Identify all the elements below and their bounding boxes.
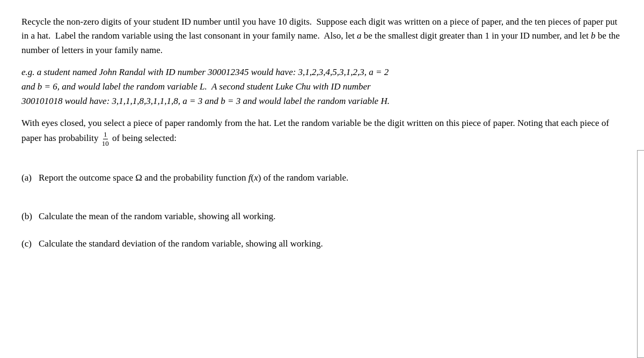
intro-text: Recycle the non-zero digits of your stud… xyxy=(21,15,623,57)
example-line3: 300101018 would have: 3,1,1,1,8,3,1,1,1,… xyxy=(21,94,623,108)
part-b: (b) Calculate the mean of the random var… xyxy=(21,210,623,223)
probability-text: With eyes closed, you select a piece of … xyxy=(21,116,623,148)
answer-box-border xyxy=(637,150,644,358)
main-content: Recycle the non-zero digits of your stud… xyxy=(21,15,623,251)
spacing-2 xyxy=(21,193,623,210)
part-b-text: Calculate the mean of the random variabl… xyxy=(39,210,623,223)
part-c-text: Calculate the standard deviation of the … xyxy=(39,237,623,251)
intro-paragraph: Recycle the non-zero digits of your stud… xyxy=(21,15,623,57)
part-a-text: Report the outcome space Ω and the proba… xyxy=(39,171,623,185)
spacing-1 xyxy=(21,155,623,171)
probability-fraction: 110 xyxy=(101,130,109,147)
part-c-label: (c) xyxy=(21,237,39,251)
part-a-label: (a) xyxy=(21,171,39,185)
example-line2: and b = 6, and would label the random va… xyxy=(21,79,623,94)
part-a: (a) Report the outcome space Ω and the p… xyxy=(21,171,623,185)
spacing-3 xyxy=(21,233,623,237)
part-c: (c) Calculate the standard deviation of … xyxy=(21,237,623,251)
fraction-denominator: 10 xyxy=(101,139,109,148)
example-block: e.g. a student named John Randal with ID… xyxy=(21,65,623,109)
part-b-label: (b) xyxy=(21,210,39,223)
probability-paragraph: With eyes closed, you select a piece of … xyxy=(21,116,623,148)
fraction-numerator: 1 xyxy=(103,130,108,139)
example-line1: e.g. a student named John Randal with ID… xyxy=(21,65,623,79)
